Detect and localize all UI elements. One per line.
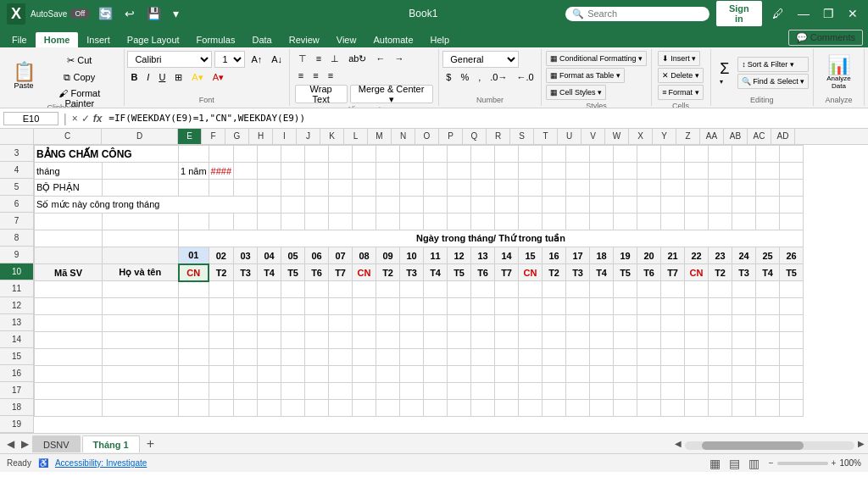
cell-S9[interactable]: 15 <box>519 247 542 264</box>
ribbon-display-button[interactable]: 🖊 <box>769 5 787 22</box>
cell-AB10[interactable]: T3 <box>732 264 756 281</box>
cell-AB6[interactable] <box>732 197 756 214</box>
cell-Z3[interactable] <box>685 146 709 163</box>
col-header-T[interactable]: T <box>534 129 558 144</box>
cell-I9[interactable]: 05 <box>281 247 305 264</box>
col-header-L[interactable]: L <box>344 129 368 144</box>
signin-button[interactable]: Sign in <box>716 1 762 26</box>
cell-T9[interactable]: 16 <box>542 247 566 264</box>
row-num-5[interactable]: 5 <box>0 179 33 196</box>
cell-Y6[interactable] <box>661 197 685 214</box>
cell-P3[interactable] <box>448 146 471 163</box>
cell-E11[interactable] <box>179 281 209 298</box>
cell-T5[interactable] <box>542 180 566 197</box>
tab-view[interactable]: View <box>328 32 365 47</box>
cell-W4[interactable] <box>614 163 637 180</box>
cell-V9[interactable]: 18 <box>590 247 614 264</box>
cell-AC7[interactable] <box>756 214 780 230</box>
cell-T4[interactable] <box>542 163 566 180</box>
cell-D10[interactable]: Họ và tên <box>103 264 179 281</box>
search-input[interactable] <box>587 8 698 19</box>
cell-T3[interactable] <box>542 146 566 163</box>
page-layout-view-button[interactable]: ▤ <box>726 456 743 471</box>
cell-O3[interactable] <box>424 146 448 163</box>
col-header-Y[interactable]: Y <box>653 129 676 144</box>
cell-Y3[interactable] <box>661 146 685 163</box>
cell-R10[interactable]: T7 <box>495 264 519 281</box>
cell-O9[interactable]: 11 <box>424 247 448 264</box>
tab-review[interactable]: Review <box>281 32 328 47</box>
align-middle-button[interactable]: ≡ <box>313 51 325 66</box>
cell-M6[interactable] <box>376 197 400 214</box>
cell-R5[interactable] <box>495 180 519 197</box>
cell-H3[interactable] <box>258 146 281 163</box>
cell-E9[interactable]: 01 <box>179 247 209 264</box>
restore-button[interactable]: ❐ <box>820 5 837 22</box>
cell-V6[interactable] <box>590 197 614 214</box>
cell-G4[interactable] <box>234 163 258 180</box>
conditional-formatting-button[interactable]: ▦ Conditional Formatting ▾ <box>546 51 647 66</box>
cell-D9[interactable] <box>103 247 179 264</box>
cell-L7[interactable] <box>353 214 376 230</box>
cell-Y7[interactable] <box>661 214 685 230</box>
cell-Y4[interactable] <box>661 163 685 180</box>
cell-F3[interactable] <box>209 146 233 163</box>
cell-AD7[interactable] <box>780 214 804 230</box>
col-header-K[interactable]: K <box>320 129 344 144</box>
col-header-P[interactable]: P <box>439 129 463 144</box>
cell-R6[interactable] <box>495 197 519 214</box>
align-right-button[interactable]: ≡ <box>325 68 337 83</box>
delete-cells-button[interactable]: ✕ Delete ▾ <box>658 68 704 83</box>
add-sheet-button[interactable]: + <box>142 436 159 452</box>
col-header-J[interactable]: J <box>297 129 320 144</box>
cell-F5[interactable] <box>209 180 233 197</box>
page-break-view-button[interactable]: ▥ <box>746 456 762 471</box>
cell-AA6[interactable] <box>709 197 732 214</box>
col-header-AB[interactable]: AB <box>724 129 748 144</box>
cell-W9[interactable]: 19 <box>614 247 637 264</box>
sheet-nav-prev[interactable]: ◀ <box>3 438 18 450</box>
col-header-W[interactable]: W <box>605 129 629 144</box>
cell-I5[interactable] <box>281 180 305 197</box>
cell-Q5[interactable] <box>471 180 495 197</box>
cell-H10[interactable]: T4 <box>258 264 281 281</box>
row-num-7[interactable]: 7 <box>0 213 33 230</box>
zoom-slider[interactable] <box>777 462 828 465</box>
cell-AD4[interactable] <box>780 163 804 180</box>
cell-W10[interactable]: T5 <box>614 264 637 281</box>
cell-I10[interactable]: T5 <box>281 264 305 281</box>
cell-J6[interactable] <box>305 197 329 214</box>
col-header-G[interactable]: G <box>225 129 249 144</box>
cell-L6[interactable] <box>353 197 376 214</box>
cell-Q7[interactable] <box>471 214 495 230</box>
cell-E7[interactable] <box>179 214 209 230</box>
col-header-U[interactable]: U <box>558 129 581 144</box>
cell-AB9[interactable]: 24 <box>732 247 756 264</box>
cancel-formula-icon[interactable]: × <box>72 113 78 125</box>
cell-X3[interactable] <box>637 146 661 163</box>
sheet-nav-next[interactable]: ▶ <box>18 438 32 450</box>
cell-AD5[interactable] <box>780 180 804 197</box>
cell-AA9[interactable]: 23 <box>709 247 732 264</box>
tab-help[interactable]: Help <box>422 32 459 47</box>
tab-data[interactable]: Data <box>243 32 280 47</box>
cell-C4[interactable]: tháng <box>35 163 103 180</box>
cell-T6[interactable] <box>542 197 566 214</box>
row-num-15[interactable]: 15 <box>0 348 33 365</box>
cell-D4[interactable] <box>103 163 179 180</box>
cell-AD3[interactable] <box>780 146 804 163</box>
col-header-AA[interactable]: AA <box>700 129 724 144</box>
cell-Q10[interactable]: T6 <box>471 264 495 281</box>
cell-M7[interactable] <box>376 214 400 230</box>
cell-G10[interactable]: T3 <box>234 264 258 281</box>
cell-W5[interactable] <box>614 180 637 197</box>
col-header-S[interactable]: S <box>510 129 534 144</box>
font-name-dropdown[interactable]: Calibri <box>127 51 212 68</box>
cell-U5[interactable] <box>566 180 590 197</box>
formula-input[interactable]: =IF(WEEKDAY(E9)=1,"CN",WEEKDAY(E9)) <box>105 112 865 125</box>
cell-J7[interactable] <box>305 214 329 230</box>
cell-I4[interactable] <box>281 163 305 180</box>
cell-AB5[interactable] <box>732 180 756 197</box>
align-top-button[interactable]: ⊤ <box>295 51 310 66</box>
cell-D7[interactable] <box>103 214 179 230</box>
